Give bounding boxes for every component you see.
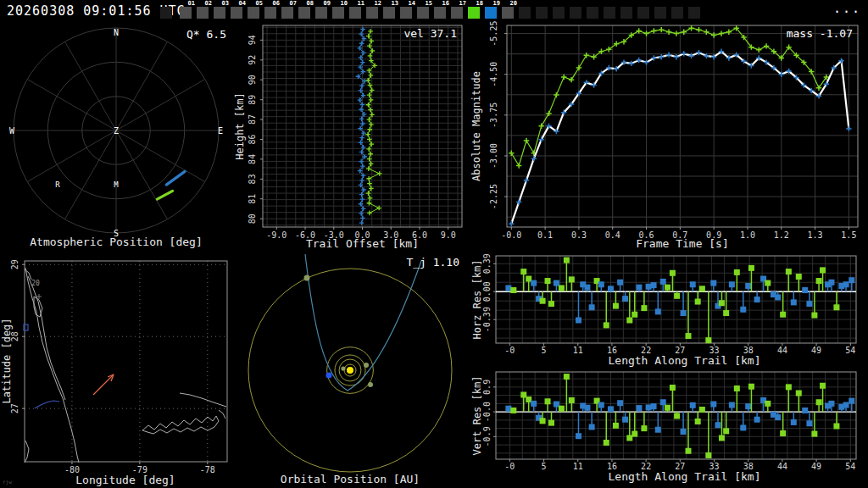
coastline <box>180 393 226 407</box>
x-tick-label: 49 <box>811 462 821 471</box>
residual-point <box>740 424 746 430</box>
residual-point <box>820 267 826 273</box>
residual-point <box>520 269 526 274</box>
residual-point <box>806 420 812 426</box>
residual-point <box>740 307 746 313</box>
residual-point <box>660 399 666 405</box>
residual-point <box>754 297 760 302</box>
residual-point <box>505 406 511 412</box>
residual-point <box>526 396 531 402</box>
x-tick-label: 9.0 <box>441 230 456 240</box>
ground-track-arrow <box>93 374 114 395</box>
x-tick-label: 11 <box>573 462 583 471</box>
x-tick-label: 5 <box>542 346 547 355</box>
residual-point <box>651 403 657 409</box>
residual-point <box>765 280 771 286</box>
x-tick-label: -9.0 <box>266 230 287 240</box>
y-tick-label: 83 <box>248 174 257 184</box>
residual-point <box>554 280 559 286</box>
y-tick-label: 0.9 <box>482 380 492 395</box>
cardinal-w: W <box>9 126 15 136</box>
x-tick-label: 5 <box>542 462 547 471</box>
x-tick-label: 0.4 <box>605 230 620 240</box>
residual-point <box>690 281 696 287</box>
residual-point <box>569 276 575 282</box>
residual-point <box>626 435 632 441</box>
x-tick-label: 0.3 <box>571 230 587 240</box>
residual-point <box>816 278 822 284</box>
residual-point <box>754 417 760 423</box>
y-tick-label: 29 <box>10 259 19 269</box>
velocity-readout: vel 37.1 <box>403 27 457 40</box>
residual-point <box>796 274 802 280</box>
x-tick-label: -78 <box>200 465 215 474</box>
x-tick-label: 11 <box>573 346 583 355</box>
residual-point <box>674 413 680 419</box>
y-tick-label: -2.25 <box>489 184 498 209</box>
y-tick-label: 84 <box>248 154 257 164</box>
residual-point <box>765 401 771 407</box>
residual-point <box>576 317 581 323</box>
x-axis-title: Length Along Trail [km] <box>608 470 760 483</box>
residual-point <box>729 402 735 408</box>
residual-point <box>719 435 725 441</box>
gulf-stream-line <box>35 401 59 408</box>
residual-point <box>816 399 822 405</box>
residual-point <box>786 384 792 390</box>
residual-point <box>734 385 740 391</box>
residual-point <box>715 422 721 428</box>
residual-point <box>780 430 786 436</box>
x-tick-label: -0.0 <box>501 230 521 240</box>
residual-point <box>833 424 839 430</box>
y-tick-label: -0.39 <box>482 307 492 332</box>
panel-trail-offset: -9.0-6.0-3.00.03.06.09.09492908987868483… <box>234 25 462 250</box>
coastline <box>25 441 29 463</box>
residual-point <box>719 300 725 306</box>
residual-point <box>564 374 570 380</box>
residual-point <box>636 285 642 291</box>
residual-point <box>548 301 554 307</box>
x-tick-label: 0.1 <box>537 230 553 240</box>
residual-point <box>828 401 834 407</box>
residual-point <box>802 408 808 413</box>
y-tick-label: -0.9 <box>482 426 492 446</box>
x-tick-label: 44 <box>777 462 787 471</box>
zenith-label: Z <box>114 126 119 136</box>
residual-point <box>849 277 854 283</box>
residual-point <box>849 398 854 404</box>
residual-point <box>843 281 849 287</box>
residual-point <box>670 270 676 276</box>
panel-orbital-position: T_j 1.10Orbital Position [AU] <box>248 254 459 485</box>
residual-point <box>576 433 581 439</box>
panel-vert-residuals: -051116222733384449540.9-0.0-0.9Length A… <box>471 372 856 483</box>
y-tick-label: 89 <box>248 95 257 105</box>
y-tick-label: -0.0 <box>482 402 492 422</box>
residual-point <box>564 258 570 263</box>
residual-point <box>626 317 632 323</box>
residual-point <box>646 284 652 290</box>
residual-point <box>681 429 687 435</box>
coastline <box>28 276 65 400</box>
residual-point <box>745 403 751 409</box>
residual-point <box>811 431 817 437</box>
residual-point <box>681 310 687 316</box>
x-tick-label: 44 <box>777 346 787 355</box>
mass-readout: mass -1.07 <box>787 27 853 40</box>
residual-point <box>622 417 628 423</box>
panel-ground-map: 20rjw-80-79-78292827Longitude [deg]Latit… <box>1 259 227 486</box>
y-tick-label: 86 <box>248 134 257 144</box>
residual-point <box>745 283 751 289</box>
residual-point <box>665 405 670 411</box>
y-tick-label: -3.00 <box>489 143 498 169</box>
residual-point <box>569 397 575 403</box>
residual-point <box>531 280 537 286</box>
y-axis-title: Latitude [deg] <box>1 318 13 403</box>
tisserand-readout: T_j 1.10 <box>406 256 459 269</box>
residual-point <box>791 299 797 305</box>
residual-point <box>545 398 551 404</box>
residual-point <box>843 402 849 408</box>
y-tick-label: -3.75 <box>489 103 498 128</box>
residual-point <box>660 279 666 285</box>
residual-point <box>510 287 516 293</box>
residual-point <box>526 276 531 282</box>
